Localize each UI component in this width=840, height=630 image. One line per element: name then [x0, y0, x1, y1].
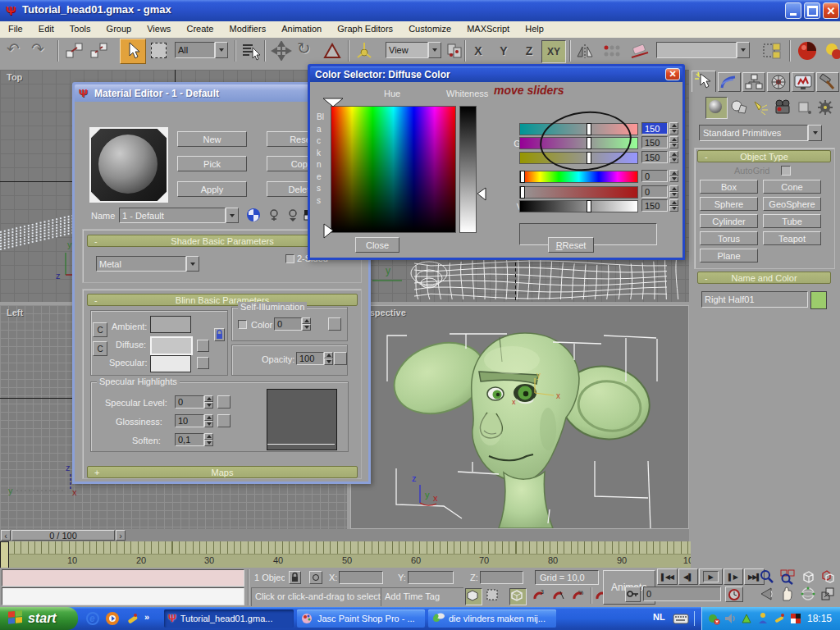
current-frame-field[interactable]: 0 [643, 587, 721, 601]
maxscript-listener-white[interactable] [2, 587, 244, 605]
keyboard-tray-icon[interactable] [673, 613, 689, 624]
menu-maxscript[interactable]: MAXScript [460, 24, 516, 34]
blue-field[interactable]: 150 [641, 151, 668, 163]
lock-icon[interactable] [214, 328, 225, 341]
time-slider-track[interactable]: ‹ 0 / 100 › [0, 529, 689, 541]
tray-volume-icon[interactable] [724, 612, 737, 625]
box-button[interactable]: Box [700, 180, 758, 194]
glossiness-spinner[interactable] [204, 414, 213, 427]
cone-button[interactable]: Cone [763, 180, 821, 194]
taskbar-task-paintshop[interactable]: Jasc Paint Shop Pro - ... [297, 609, 425, 628]
object-type-rollout[interactable]: -Object Type [697, 150, 831, 162]
viewport-perspective[interactable]: Perspective [350, 305, 689, 529]
apply-button[interactable]: Apply [177, 181, 247, 197]
isolate-icon[interactable] [465, 588, 482, 605]
reference-coordinate-dropdown[interactable]: View [386, 42, 428, 58]
two-sided-checkbox[interactable] [285, 254, 294, 263]
restrict-xy-button[interactable]: XY [541, 40, 566, 63]
snap-3d-icon[interactable]: 3 [532, 588, 547, 604]
menu-create[interactable]: Create [180, 24, 220, 34]
zoom-extents-all-icon[interactable] [819, 568, 838, 585]
sat-field[interactable]: 0 [641, 185, 668, 198]
opacity-spinner[interactable] [324, 352, 333, 365]
restrict-y-button[interactable]: Y [493, 40, 514, 62]
restrict-x-button[interactable]: X [468, 40, 489, 62]
soften-field[interactable]: 0,1 [175, 433, 204, 446]
align-icon[interactable] [628, 41, 651, 61]
add-time-tag[interactable]: Add Time Tag [385, 591, 463, 601]
crossing-icon[interactable] [509, 588, 527, 605]
cameras-category-icon[interactable] [773, 98, 792, 116]
blue-spinner[interactable] [669, 151, 678, 163]
autogrid-checkbox[interactable] [781, 166, 791, 176]
array-icon[interactable] [600, 41, 623, 61]
angle-snap-icon[interactable] [551, 588, 567, 604]
minimize-button[interactable] [785, 2, 801, 19]
material-name-dropdown[interactable]: 1 - Default [119, 208, 226, 223]
absolute-mode-icon[interactable] [309, 571, 322, 584]
menu-group[interactable]: Group [100, 24, 139, 34]
opacity-field[interactable]: 100 [296, 352, 324, 365]
shader-type-arrow[interactable] [186, 256, 199, 272]
value-field[interactable]: 150 [641, 199, 668, 212]
opacity-map-button[interactable] [334, 352, 347, 365]
show-map-icon[interactable] [246, 208, 261, 222]
menu-file[interactable]: File [2, 24, 30, 34]
material-name-arrow[interactable] [226, 208, 239, 223]
pivot-icon[interactable] [354, 41, 374, 61]
undo-icon[interactable]: ↶ [7, 39, 20, 58]
blinn-rollout-header[interactable]: -Blinn Basic Parameters [87, 294, 358, 306]
diffuse-map-button[interactable] [197, 340, 209, 352]
self-illumination-checkbox[interactable] [238, 320, 247, 329]
whiteness-bar[interactable] [459, 106, 477, 233]
next-frame-button[interactable]: ▌▶ [724, 568, 743, 585]
specular-swatch[interactable] [150, 355, 191, 372]
title-bar[interactable]: Ψ Tutorial_head01.gmax - gmax ✕ [0, 0, 840, 21]
soften-spinner[interactable] [204, 433, 213, 446]
arc-rotate-icon[interactable] [800, 586, 818, 602]
value-slider[interactable] [519, 200, 638, 212]
track-bar-frame-marker[interactable] [0, 541, 9, 568]
pick-material-icon[interactable] [267, 208, 281, 221]
hue-slider[interactable] [519, 171, 638, 183]
selection-filter-dropdown[interactable]: All [175, 42, 215, 58]
object-color-swatch[interactable] [810, 291, 827, 309]
maximize-button[interactable] [804, 2, 820, 19]
helpers-category-icon[interactable] [796, 98, 814, 116]
start-button[interactable]: start [0, 607, 78, 630]
specular-level-map-button[interactable] [217, 395, 231, 409]
quicklaunch-chevron[interactable]: » [144, 612, 149, 622]
menu-help[interactable]: Help [518, 24, 550, 34]
name-color-rollout[interactable]: -Name and Color [697, 272, 831, 284]
pick-button[interactable]: Pick [177, 156, 247, 171]
dotted-region-icon[interactable] [486, 588, 501, 604]
menu-edit[interactable]: Edit [32, 24, 61, 34]
named-selection-arrow[interactable] [737, 42, 750, 58]
hue-square[interactable] [331, 106, 456, 233]
menu-modifiers[interactable]: Modifiers [223, 24, 273, 34]
menu-views[interactable]: Views [140, 24, 177, 34]
green-spinner[interactable] [669, 136, 678, 148]
lights-category-icon[interactable] [751, 98, 769, 116]
quicklaunch-mediaplayer-icon[interactable] [105, 611, 120, 626]
sat-spinner[interactable] [669, 185, 678, 198]
select-by-name-icon[interactable] [240, 41, 261, 61]
taskbar-task-gmax[interactable]: Ψ Tutorial_head01.gma... [164, 609, 294, 628]
red-field[interactable]: 150 [641, 122, 668, 135]
geosphere-button[interactable]: GeoSphere [763, 197, 821, 211]
zoom-extents-icon[interactable] [800, 568, 818, 585]
play-button[interactable]: ▶ [699, 568, 723, 585]
self-illumination-field[interactable]: 0 [274, 317, 302, 331]
create-tab[interactable] [692, 71, 716, 92]
modify-tab[interactable] [718, 72, 741, 92]
specular-level-field[interactable]: 0 [175, 395, 204, 409]
z-coordinate-field[interactable] [480, 571, 523, 584]
close-button[interactable]: ✕ [823, 2, 839, 19]
material-preview[interactable] [89, 127, 168, 203]
close-button-cs[interactable]: Close [355, 237, 399, 253]
color-selector-close-icon[interactable]: ✕ [665, 68, 680, 80]
glossiness-map-button[interactable] [217, 414, 231, 427]
mirror-icon[interactable] [574, 41, 596, 61]
selection-filter-arrow[interactable] [215, 42, 228, 58]
named-selection-dropdown[interactable] [656, 42, 737, 58]
